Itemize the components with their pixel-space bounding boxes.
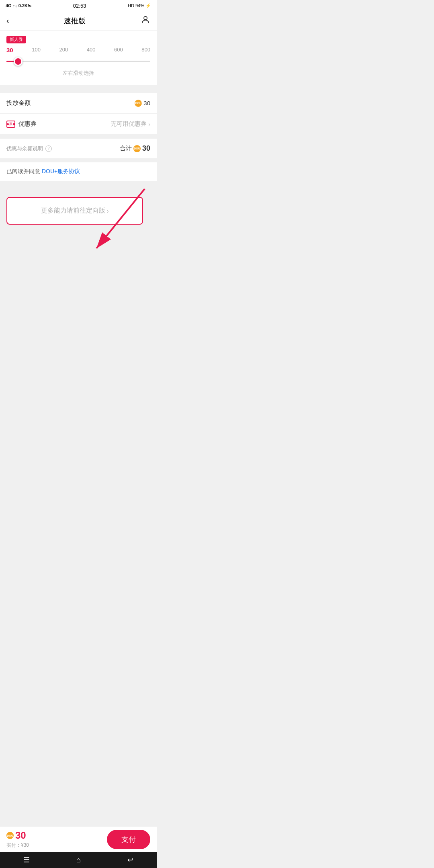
divider-1 bbox=[0, 89, 157, 93]
agreement-section: 已阅读并同意 DOU+服务协议 bbox=[0, 162, 157, 181]
redirect-label: 更多能力请前往定向版 bbox=[41, 207, 105, 215]
summary-coin-icon: DOU bbox=[133, 145, 141, 152]
slider-section: 新人券 30 100 200 400 600 800 bbox=[0, 31, 157, 85]
slider-val-600: 600 bbox=[114, 47, 123, 53]
status-right: HD 94% ⚡ bbox=[128, 3, 151, 8]
divider-2 bbox=[0, 135, 157, 139]
amount-right: DOU 30 bbox=[135, 100, 150, 107]
coupon-icon: 票 bbox=[6, 121, 15, 128]
slider-val-400: 400 bbox=[87, 47, 96, 53]
status-left: 4G ↑↓ 0.2K/s bbox=[6, 3, 31, 8]
slider-val-200: 200 bbox=[59, 47, 68, 53]
total-label: 合计 bbox=[120, 145, 132, 152]
amount-label: 投放金额 bbox=[6, 99, 31, 107]
redirect-area: 更多能力请前往定向版 › bbox=[0, 185, 157, 297]
slider-dashes bbox=[6, 61, 150, 62]
total-value: 30 bbox=[142, 144, 150, 153]
summary-right: 合计 DOU 30 bbox=[120, 144, 150, 153]
promo-tag: 新人券 bbox=[6, 36, 26, 43]
user-icon[interactable] bbox=[141, 15, 150, 27]
divider-3 bbox=[0, 158, 157, 162]
annotation-wrapper: 更多能力请前往定向版 › bbox=[6, 197, 150, 225]
status-bar: 4G ↑↓ 0.2K/s 02:53 HD 94% ⚡ bbox=[0, 0, 157, 11]
page-title: 速推版 bbox=[64, 16, 86, 26]
redirect-button[interactable]: 更多能力请前往定向版 › bbox=[6, 197, 143, 225]
slider-track bbox=[6, 61, 150, 62]
summary-section: 优惠与余额说明 ? 合计 DOU 30 bbox=[0, 139, 157, 158]
slider-values: 30 100 200 400 600 800 bbox=[6, 47, 150, 53]
discount-label: 优惠与余额说明 bbox=[6, 145, 43, 152]
amount-value: 30 bbox=[143, 100, 150, 106]
slider-val-30: 30 bbox=[6, 47, 13, 53]
slider-val-100: 100 bbox=[32, 47, 41, 53]
no-coupon-text: 无可用优惠券 bbox=[111, 120, 147, 128]
divider-4 bbox=[0, 181, 157, 185]
coupon-label: 票 优惠券 bbox=[6, 120, 37, 128]
coupon-row[interactable]: 票 优惠券 无可用优惠券 › bbox=[0, 114, 157, 135]
summary-left: 优惠与余额说明 ? bbox=[6, 145, 52, 152]
coin-icon: DOU bbox=[135, 100, 142, 107]
chevron-right-icon: › bbox=[148, 121, 150, 127]
coupon-right: 无可用优惠券 › bbox=[111, 120, 150, 128]
back-button[interactable]: ‹ bbox=[6, 16, 9, 25]
slider-track-wrapper[interactable] bbox=[6, 56, 150, 67]
slider-thumb[interactable] bbox=[14, 57, 23, 66]
redirect-chevron-icon: › bbox=[107, 208, 109, 214]
help-icon[interactable]: ? bbox=[45, 145, 52, 152]
agreement-link[interactable]: DOU+服务协议 bbox=[42, 168, 80, 174]
slider-val-800: 800 bbox=[141, 47, 150, 53]
slider-hint: 左右滑动选择 bbox=[6, 70, 150, 77]
amount-row: 投放金额 DOU 30 bbox=[0, 93, 157, 114]
agreement-prefix: 已阅读并同意 bbox=[6, 168, 42, 174]
status-time: 02:53 bbox=[73, 3, 86, 9]
svg-point-0 bbox=[144, 16, 147, 20]
nav-bar: ‹ 速推版 bbox=[0, 11, 157, 31]
summary-row: 优惠与余额说明 ? 合计 DOU 30 bbox=[6, 144, 150, 153]
